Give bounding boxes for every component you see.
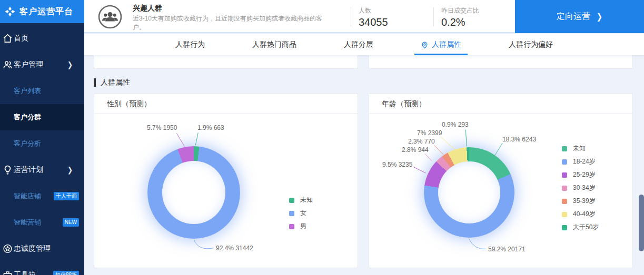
legend-swatch: [562, 199, 567, 204]
sidebar-item-label: 客户分析: [14, 139, 41, 148]
age-chart-title: 年龄（预测）: [369, 94, 632, 114]
pin-icon: [421, 41, 429, 49]
sidebar-item-smart-store[interactable]: 智能店铺 千人千面: [0, 183, 84, 209]
chart-label-25-29: 9.5% 3235: [382, 161, 412, 168]
legend-label: 未知: [573, 144, 586, 153]
header: 兴趣人群 近3-10天有加购或收藏行为，且近期没有购买加购或者收藏商品的客户。 …: [84, 0, 644, 33]
sidebar-item-loyalty-management[interactable]: 忠诚度管理: [0, 236, 84, 262]
pinwheel-logo-icon: [4, 6, 16, 17]
segment-info: 兴趣人群 近3-10天有加购或收藏行为，且近期没有购买加购或者收藏商品的客户。: [133, 4, 335, 32]
chart-label-18-24: 59.2% 20171: [488, 246, 526, 253]
chevron-right-icon: ❯: [597, 12, 602, 22]
targeted-operation-button[interactable]: 定向运营 ❯: [515, 0, 644, 33]
sidebar-item-label: 智能店铺: [14, 191, 41, 201]
segment-title: 兴趣人群: [133, 4, 335, 13]
legend-swatch: [562, 225, 567, 230]
legend-swatch: [562, 212, 567, 217]
tab-crowd-behavior[interactable]: 人群行为: [169, 34, 211, 55]
gender-chart-body: 1.9% 663 5.7% 1950 92.4% 31442 未知 女 男: [94, 114, 358, 268]
people-group-icon: [97, 4, 123, 29]
smart-store-badge: 千人千面: [54, 192, 79, 200]
legend-item-unknown[interactable]: 未知: [289, 193, 313, 207]
chevron-right-icon: ❯: [67, 166, 73, 175]
tab-crowd-attributes[interactable]: 人群属性: [414, 34, 468, 55]
tab-label: 人群行为偏好: [509, 40, 553, 49]
legend-swatch: [289, 198, 294, 203]
chart-label-unknown: 18.3% 6243: [502, 136, 536, 143]
sidebar-item-label: 客户列表: [14, 86, 41, 96]
legend-label: 25-29岁: [573, 170, 596, 179]
tab-label: 人群属性: [432, 40, 461, 49]
legend-swatch: [562, 146, 567, 151]
sidebar: 客户运营平台 首页 客户管理 ❯ 客户列表 客户分群 客户分析: [0, 0, 84, 275]
stat-label: 昨日成交占比: [441, 6, 479, 15]
legend-swatch: [289, 211, 294, 216]
gender-donut-chart[interactable]: [147, 146, 240, 239]
card-stub-left: [94, 55, 358, 69]
sidebar-item-customer-analysis[interactable]: 客户分析: [0, 130, 84, 157]
sidebar-item-label: 智能营销: [14, 218, 41, 227]
sidebar-item-customer-segmentation[interactable]: 客户分群: [0, 104, 84, 130]
legend-item-unknown[interactable]: 未知: [562, 142, 599, 155]
tab-bar: 人群行为 人群热门商品 人群分层 人群属性 人群行为偏好: [84, 34, 644, 55]
stat-yesterday-deal-ratio: 昨日成交占比 0.2%: [441, 6, 479, 28]
divider: [351, 7, 351, 26]
sidebar-item-customer-management[interactable]: 客户管理 ❯: [0, 52, 84, 78]
chart-label-female: 92.4% 31442: [216, 245, 253, 252]
sidebar-item-customer-list[interactable]: 客户列表: [0, 78, 84, 104]
legend-label: 30-34岁: [573, 184, 596, 192]
legend-swatch: [562, 186, 567, 191]
legend-item-40-49[interactable]: 40-49岁: [562, 208, 599, 221]
gender-chart-legend: 未知 女 男: [289, 193, 313, 233]
new-badge: NEW: [63, 218, 79, 227]
sidebar-nav: 首页 客户管理 ❯ 客户列表 客户分群 客户分析 运营计划 ❯ 智能店铺 千人千: [0, 23, 84, 275]
sidebar-item-label: 工具箱: [14, 270, 36, 275]
chart-label-male: 5.7% 1950: [147, 124, 177, 131]
customer-icon: [3, 60, 13, 70]
chart-label-unknown: 1.9% 663: [197, 124, 224, 131]
home-icon: [3, 34, 13, 44]
tab-crowd-hot-products[interactable]: 人群热门商品: [246, 34, 303, 55]
chart-label-35-39: 2.3% 770: [408, 138, 435, 145]
legend-item-30-34[interactable]: 30-34岁: [562, 181, 599, 195]
targeted-operation-label: 定向运营: [557, 11, 590, 22]
app-title: 客户运营平台: [19, 6, 73, 17]
tab-label: 人群分层: [344, 40, 373, 49]
chart-label-over50: 0.9% 293: [442, 121, 469, 128]
sidebar-item-label: 客户管理: [14, 60, 43, 69]
tab-label: 人群行为: [175, 40, 205, 49]
section-title-crowd-attributes: 人群属性: [94, 78, 130, 87]
age-chart-body: 0.9% 293 7% 2399 2.3% 770 2.8% 944 9.5% …: [369, 114, 632, 268]
sidebar-item-label: 忠诚度管理: [14, 244, 51, 253]
section-title-bar: [94, 78, 96, 87]
sidebar-item-operation-plan[interactable]: 运营计划 ❯: [0, 157, 84, 183]
page: { "colors": { "accent": "#1e82e8", "side…: [0, 0, 644, 275]
star-circle-icon: [3, 244, 13, 254]
legend-item-35-39[interactable]: 35-39岁: [562, 195, 599, 208]
sidebar-item-toolbox[interactable]: 工具箱 短信88折: [0, 262, 84, 275]
card-stub-right: [369, 55, 633, 69]
sidebar-item-home[interactable]: 首页: [0, 25, 84, 52]
legend-item-male[interactable]: 男: [289, 220, 313, 233]
section-title-text: 人群属性: [101, 78, 130, 87]
sms-discount-badge: 短信88折: [53, 271, 79, 275]
legend-label: 女: [300, 209, 306, 218]
tab-crowd-behavior-preference[interactable]: 人群行为偏好: [502, 34, 559, 55]
vertical-scrollbar[interactable]: [639, 195, 644, 251]
chart-label-40-49: 7% 2399: [417, 129, 442, 137]
legend-item-18-24[interactable]: 18-24岁: [562, 155, 599, 168]
chevron-right-icon: ❯: [67, 60, 73, 69]
legend-item-25-29[interactable]: 25-29岁: [562, 168, 599, 181]
legend-item-over50[interactable]: 大于50岁: [562, 221, 599, 234]
stat-value: 0.2%: [441, 16, 479, 28]
sidebar-item-label: 运营计划: [14, 165, 43, 175]
tab-crowd-layering[interactable]: 人群分层: [338, 34, 380, 55]
sidebar-item-smart-marketing[interactable]: 智能营销 NEW: [0, 209, 84, 236]
bulb-icon: [3, 165, 13, 175]
app-logo[interactable]: 客户运营平台: [0, 0, 84, 23]
legend-item-female[interactable]: 女: [289, 207, 313, 220]
legend-label: 40-49岁: [573, 210, 596, 219]
age-donut-chart[interactable]: [424, 147, 514, 238]
legend-label: 大于50岁: [573, 223, 599, 232]
sidebar-item-label: 首页: [14, 34, 28, 43]
